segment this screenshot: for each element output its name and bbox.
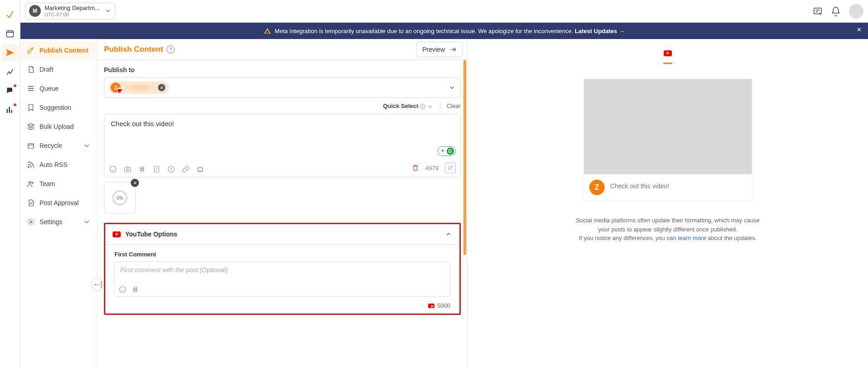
rail-publish-icon[interactable]	[2, 44, 18, 61]
svg-point-7	[29, 182, 31, 184]
channel-chip: Z ✕	[109, 81, 169, 94]
org-avatar: M	[29, 5, 41, 17]
svg-rect-0	[7, 31, 14, 37]
sidebar-label: Draft	[39, 66, 53, 73]
collapse-sidebar-button[interactable]: ←|	[91, 278, 104, 291]
svg-rect-15	[198, 167, 203, 172]
sidebar-label: Auto RSS	[39, 161, 67, 168]
ai-icon[interactable]	[196, 165, 204, 173]
preview-toggle[interactable]: Preview	[416, 42, 463, 57]
youtube-options-header[interactable]: YouTube Options	[105, 224, 459, 245]
svg-rect-2	[9, 107, 10, 113]
sidebar-item-team[interactable]: Team	[20, 174, 97, 193]
template-icon[interactable]	[153, 165, 161, 173]
upload-tile: 0% ✕	[104, 182, 136, 214]
preview-tab-youtube[interactable]	[660, 45, 676, 61]
sidebar-item-suggestion[interactable]: Suggestion	[20, 98, 97, 117]
link-icon[interactable]	[182, 165, 190, 173]
main-area: ←| Publish Content ? Preview Publish to …	[98, 39, 868, 368]
chevron-down-icon	[105, 8, 111, 14]
help-icon[interactable]: ?	[167, 45, 175, 54]
grammarly-icon: G	[447, 147, 454, 155]
sidebar-item-bulk-upload[interactable]: Bulk Upload	[20, 117, 97, 136]
rail-analytics-icon[interactable]	[2, 64, 18, 80]
sidebar-label: Bulk Upload	[39, 123, 74, 130]
publish-to-select[interactable]: Z ✕	[104, 77, 461, 98]
rail-logo[interactable]	[2, 6, 18, 23]
sidebar-item-publish-content[interactable]: Publish Content	[20, 41, 97, 60]
sidebar-label: Post Approval	[39, 199, 79, 206]
emoji-icon[interactable]	[109, 165, 117, 173]
center-scroll[interactable]: Publish to Z ✕ Quick Select i Clear Chec…	[98, 60, 467, 368]
youtube-icon	[664, 50, 672, 56]
sidebar-label: Publish Content	[39, 47, 88, 54]
banner-close[interactable]: ✕	[857, 26, 862, 33]
first-comment-label: First Comment	[114, 251, 450, 258]
svg-point-16	[119, 286, 126, 293]
svg-point-12	[127, 169, 129, 171]
rail-messages-icon[interactable]	[2, 83, 18, 99]
rail-insights-icon[interactable]	[2, 102, 18, 118]
org-timezone: UTC-07:00	[44, 12, 99, 17]
topbar: M Marketing Departm... UTC-07:00	[20, 0, 868, 23]
chevron-down-icon	[83, 142, 91, 150]
clear-button[interactable]: Clear	[440, 103, 461, 109]
svg-point-9	[30, 221, 32, 223]
sidebar-item-auto-rss[interactable]: Auto RSS	[20, 155, 97, 174]
preview-label: Preview	[422, 46, 445, 53]
center-header: Publish Content ? Preview	[98, 39, 467, 60]
sidebar-label: Team	[39, 180, 55, 187]
svg-rect-3	[11, 110, 13, 113]
notes-icon[interactable]	[813, 6, 823, 16]
char-count: 4979	[425, 165, 439, 172]
channel-name-blur	[123, 84, 155, 91]
sidebar-item-draft[interactable]: Draft	[20, 60, 97, 79]
first-comment-textarea[interactable]: First comment with the post (Optional)	[114, 261, 450, 297]
sidebar-item-recycle[interactable]: Recycle	[20, 136, 97, 155]
preview-disclaimer: Social media platforms often update thei…	[572, 216, 763, 243]
quick-select[interactable]: Quick Select i	[383, 103, 433, 109]
schedule-icon[interactable]	[167, 165, 175, 173]
banner-link[interactable]: Latest Updates →	[575, 28, 625, 34]
sidebar-item-post-approval[interactable]: Post Approval	[20, 193, 97, 212]
banner-text: Meta Integration is temporarily unavaila…	[275, 28, 573, 34]
icon-rail	[0, 0, 20, 368]
rail-calendar-icon[interactable]	[2, 25, 18, 42]
trash-icon[interactable]	[412, 164, 419, 172]
upload-progress: 0%	[112, 190, 128, 206]
compose-toolbar	[109, 165, 204, 173]
svg-rect-5	[28, 144, 34, 149]
compose-textarea[interactable]: Check out this video! G 4979	[104, 114, 461, 177]
learn-more-link[interactable]: learn more	[678, 235, 706, 241]
magic-wand-button[interactable]	[445, 162, 456, 173]
chevron-down-icon[interactable]	[449, 84, 456, 91]
grammarly-pill[interactable]: G	[438, 146, 456, 156]
sidebar-item-queue[interactable]: Queue	[20, 79, 97, 98]
emoji-icon[interactable]	[118, 285, 127, 294]
remove-channel-button[interactable]: ✕	[158, 84, 165, 91]
youtube-badge-icon	[117, 88, 123, 94]
hashtag-icon[interactable]	[131, 285, 139, 294]
camera-icon[interactable]	[123, 165, 132, 173]
sidebar-label: Settings	[39, 218, 63, 226]
sidebar-item-settings[interactable]: Settings	[20, 212, 97, 231]
accent-scrollbar[interactable]	[464, 60, 466, 255]
youtube-icon	[113, 231, 121, 237]
hashtag-icon[interactable]	[138, 165, 146, 173]
youtube-options-panel: YouTube Options First Comment First comm…	[104, 223, 461, 315]
org-name: Marketing Departm...	[44, 5, 99, 11]
chevron-up-icon	[445, 231, 452, 238]
preview-column: Z Check out this video! Social media pla…	[468, 39, 868, 368]
youtube-options-label: YouTube Options	[125, 231, 178, 238]
preview-post-text: Check out this video!	[610, 180, 669, 195]
svg-rect-4	[814, 8, 822, 14]
remove-upload-button[interactable]: ✕	[131, 179, 139, 187]
bell-icon[interactable]	[831, 6, 841, 16]
preview-card: Z Check out this video!	[584, 79, 752, 201]
spark-icon	[440, 148, 445, 154]
user-avatar[interactable]	[849, 4, 863, 19]
channel-avatar: Z	[111, 83, 121, 93]
first-comment-count: 5000	[437, 302, 450, 309]
org-switcher[interactable]: M Marketing Departm... UTC-07:00	[25, 3, 115, 19]
preview-thumbnail	[584, 79, 752, 174]
